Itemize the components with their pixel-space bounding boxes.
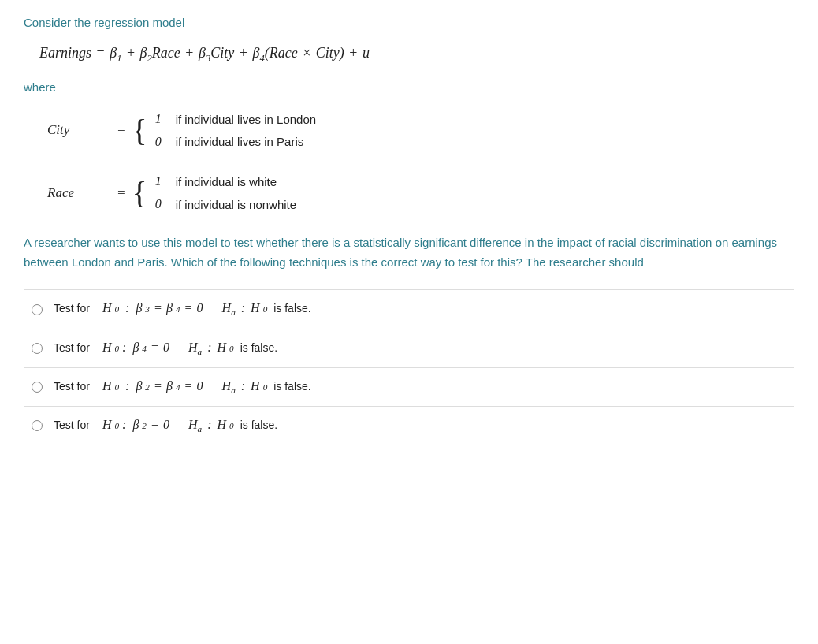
radio-4[interactable]: [32, 420, 43, 431]
where-label: where: [24, 80, 794, 94]
option-2[interactable]: Test for H0: β4 = 0 Ha : H0 is false.: [24, 329, 794, 368]
main-equation: Earnings = β1 + β2Race + β3City + β4(Rac…: [39, 42, 794, 66]
option-3[interactable]: Test for H0 : β2 = β4 = 0 Ha : H0 is fal…: [24, 368, 794, 407]
radio-3[interactable]: [32, 382, 43, 393]
city-definition: City = { 1 if individual lives in London…: [47, 108, 794, 154]
radio-2[interactable]: [32, 343, 43, 354]
option-1[interactable]: Test for H0 : β3 = β4 = 0 Ha : H0 is fal…: [24, 289, 794, 329]
options-list: Test for H0 : β3 = β4 = 0 Ha : H0 is fal…: [24, 289, 794, 445]
race-definition: Race = { 1 if individual is white 0 if i…: [47, 170, 794, 216]
question-text: A researcher wants to use this model to …: [24, 233, 794, 273]
radio-1[interactable]: [32, 304, 43, 315]
option-4[interactable]: Test for H0: β2 = 0 Ha : H0 is false.: [24, 407, 794, 445]
page-title: Consider the regression model: [24, 16, 794, 29]
